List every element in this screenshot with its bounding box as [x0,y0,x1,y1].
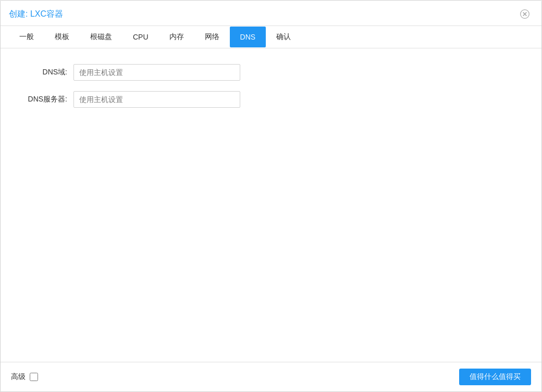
create-lxc-dialog: 创建: LXC容器 一般 模板 根磁盘 CPU 内存 网络 DNS 确认 DNS… [0,0,542,392]
dialog-title: 创建: LXC容器 [9,9,63,20]
tab-cpu[interactable]: CPU [122,27,159,47]
dialog-footer: 高级 值得什么值得买 [1,362,541,391]
tab-rootdisk[interactable]: 根磁盘 [80,26,122,48]
tab-bar: 一般 模板 根磁盘 CPU 内存 网络 DNS 确认 [1,26,541,48]
tab-dns[interactable]: DNS [230,27,266,47]
dns-server-label: DNS服务器: [11,95,73,104]
tab-template[interactable]: 模板 [44,26,80,48]
submit-button[interactable]: 值得什么值得买 [459,369,531,385]
dns-domain-label: DNS域: [11,68,73,77]
dns-server-row: DNS服务器: [11,91,531,108]
close-button[interactable] [519,8,531,20]
tab-general[interactable]: 一般 [9,26,44,48]
tab-confirm[interactable]: 确认 [266,26,301,48]
footer-advanced: 高级 [11,372,38,382]
dns-domain-input[interactable] [73,64,240,81]
dialog-header: 创建: LXC容器 [1,1,541,26]
tab-memory[interactable]: 内存 [159,26,194,48]
dns-domain-row: DNS域: [11,64,531,81]
dns-server-input[interactable] [73,91,240,108]
close-icon [520,9,530,19]
advanced-checkbox[interactable] [30,373,38,381]
advanced-label: 高级 [11,372,26,382]
dialog-content: DNS域: DNS服务器: [1,48,541,362]
tab-network[interactable]: 网络 [194,26,230,48]
